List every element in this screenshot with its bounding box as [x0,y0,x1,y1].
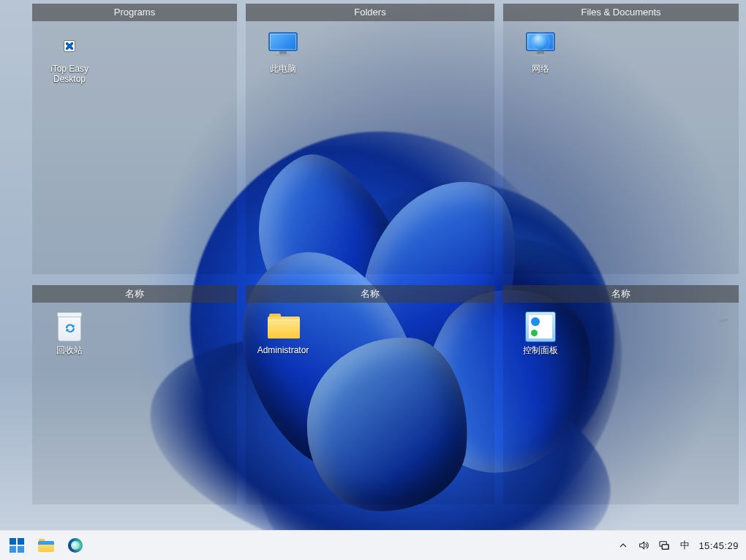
fence-folders-title[interactable]: Folders [246,4,494,21]
fence-name-2[interactable]: 名称 Administrator [246,285,494,504]
fence-programs[interactable]: Programs iTop Easy Desktop [32,4,237,274]
fence-programs-title[interactable]: Programs [32,4,237,21]
fence-name-1-title[interactable]: 名称 [32,285,237,303]
tray-overflow-chevron-icon[interactable] [617,539,630,552]
icon-label: 此电脑 [270,64,296,74]
file-explorer-icon [38,539,54,552]
icon-network[interactable]: 网络 [513,30,568,74]
fence-name-3[interactable]: 名称 控制面板 [503,285,739,504]
windows-logo-icon [10,538,24,553]
system-tray: 中 15:45:29 [617,539,746,552]
fence-name-1[interactable]: 名称 回收站 [32,285,237,504]
recycle-bin-icon [57,311,82,342]
taskbar-file-explorer[interactable] [32,531,60,559]
icon-recycle-bin[interactable]: 回收站 [42,311,97,355]
network-icon [525,32,556,58]
taskbar-edge[interactable] [61,531,89,559]
icon-label: iTop Easy Desktop [42,64,97,84]
icon-administrator-folder[interactable]: Administrator [256,311,310,355]
icon-label: 控制面板 [523,345,558,355]
icon-itop-easy-desktop[interactable]: iTop Easy Desktop [42,30,97,84]
icon-control-panel[interactable]: 控制面板 [513,311,568,355]
svg-rect-1 [663,545,669,550]
fence-files-documents[interactable]: Files & Documents 网络 [503,4,739,274]
icon-this-pc[interactable]: 此电脑 [256,30,310,74]
folder-icon [268,314,298,340]
tray-volume-icon[interactable] [637,539,650,552]
fence-folders[interactable]: Folders 此电脑 [246,4,494,274]
taskbar[interactable]: 中 15:45:29 [0,530,746,560]
icon-label: Administrator [257,345,309,355]
edge-icon [68,538,83,553]
control-panel-icon [525,311,556,342]
start-button[interactable] [3,531,31,559]
desktop-wallpaper[interactable]: Programs iTop Easy Desktop Folders 此电脑 F… [0,0,746,531]
tray-clock[interactable]: 15:45:29 [698,540,739,551]
icon-label: 回收站 [56,345,83,355]
fence-files-documents-title[interactable]: Files & Documents [503,4,739,21]
grid-app-icon [65,41,75,50]
icon-label: 网络 [532,64,549,74]
fence-name-2-title[interactable]: 名称 [246,285,494,303]
tray-ime-indicator[interactable]: 中 [678,539,691,552]
monitor-icon [268,32,298,58]
tray-network-icon[interactable] [658,539,671,552]
taskbar-left [0,531,89,559]
fence-name-3-title[interactable]: 名称 [503,285,739,303]
